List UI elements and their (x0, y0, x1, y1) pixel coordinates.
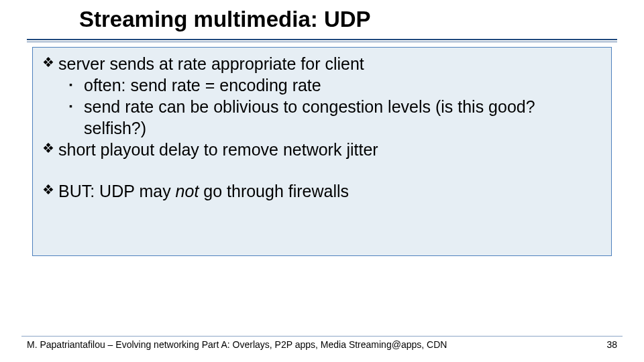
title-wrap: Streaming multimedia: UDP (0, 0, 644, 32)
footer-rule (21, 336, 623, 337)
bullet-text: send rate can be oblivious to congestion… (84, 96, 602, 139)
diamond-icon: ❖ (42, 53, 58, 72)
bullet-text: short playout delay to remove network ji… (58, 139, 602, 160)
text-em: not (176, 182, 199, 200)
slide: Streaming multimedia: UDP ❖ server sends… (0, 0, 644, 362)
square-icon: ▪ (69, 96, 84, 113)
title-rule-thick (27, 39, 617, 40)
content-box: ❖ server sends at rate appropriate for c… (32, 47, 612, 256)
slide-title: Streaming multimedia: UDP (79, 7, 644, 32)
spacer (42, 160, 602, 180)
bullet-level2: ▪ often: send rate = encoding rate (42, 74, 602, 96)
diamond-icon: ❖ (42, 139, 58, 158)
square-icon: ▪ (69, 74, 84, 91)
page-number: 38 (606, 339, 617, 350)
bullet-level1: ❖ short playout delay to remove network … (42, 139, 602, 160)
bullet-level2: ▪ send rate can be oblivious to congesti… (42, 96, 602, 139)
text-run: go through firewalls (199, 182, 349, 200)
footer-text: M. Papatriantafilou – Evolving networkin… (27, 339, 447, 350)
bullet-text: server sends at rate appropriate for cli… (58, 53, 602, 74)
bullet-text: often: send rate = encoding rate (84, 74, 602, 96)
text-run: BUT: UDP may (58, 182, 176, 200)
bullet-text: BUT: UDP may not go through firewalls (58, 180, 602, 202)
title-rule-thin (27, 42, 617, 42)
bullet-level1: ❖ BUT: UDP may not go through firewalls (42, 180, 602, 202)
diamond-icon: ❖ (42, 180, 58, 199)
bullet-level1: ❖ server sends at rate appropriate for c… (42, 53, 602, 74)
